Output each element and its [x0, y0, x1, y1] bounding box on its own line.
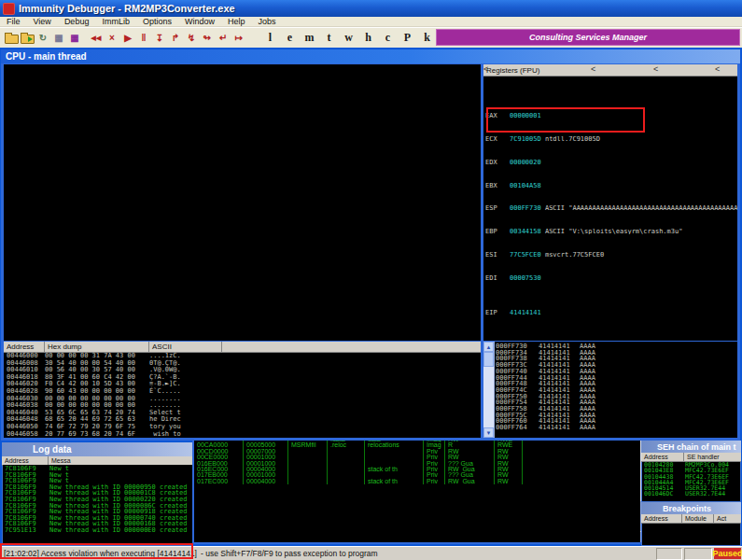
- collapse-icon[interactable]: <: [483, 64, 488, 74]
- animate-into-icon: ↯: [188, 34, 195, 43]
- toolbar-letter-button[interactable]: k: [417, 31, 437, 45]
- execute-till-user-icon: ↦: [235, 34, 243, 43]
- collapse-icon[interactable]: <: [591, 64, 595, 74]
- register-row[interactable]: ESP000FF730 ASCII "AAAAAAAAAAAAAAAAAAAAA…: [485, 205, 737, 211]
- log-header-message: Messa: [49, 456, 193, 465]
- restart-button[interactable]: ↻: [35, 30, 50, 46]
- toolbar-letter-button[interactable]: w: [339, 31, 358, 45]
- terminate-button[interactable]: ×: [105, 30, 119, 46]
- menu-bar: FileViewDebugImmLibOptionsWindowHelpJobs: [0, 17, 742, 27]
- stack-row[interactable]: 000FF73041414141AAAA: [496, 343, 737, 350]
- run-icon: ▶: [124, 34, 132, 43]
- breakpoints-window: Breakpoints Address Module Act: [641, 502, 741, 546]
- log-data-window: Log data Address Messa 7C8106F9New t 7C8…: [2, 442, 193, 546]
- register-row[interactable]: EDI00007530: [485, 275, 737, 281]
- stack-row[interactable]: 000FF74C41414141AAAA: [496, 387, 737, 394]
- stack-row[interactable]: 000FF75C41414141AAAA: [496, 413, 737, 419]
- stack-row[interactable]: 000FF75841414141AAAA: [496, 406, 737, 413]
- collapse-icon[interactable]: <: [653, 64, 658, 74]
- animate-over-button[interactable]: ↬: [200, 30, 215, 46]
- toolbar-letter-button[interactable]: P: [398, 31, 417, 45]
- run-button[interactable]: ▶: [120, 30, 135, 46]
- register-row[interactable]: EAX00000001: [485, 113, 737, 119]
- consulting-banner[interactable]: Consulting Services Manager: [436, 29, 740, 46]
- log-pane[interactable]: 7C8106F9New t 7C8106F9New t 7C8106F9New …: [3, 465, 192, 545]
- attach-process-button[interactable]: [20, 30, 35, 46]
- breakpoints-window-titlebar[interactable]: Breakpoints: [641, 502, 741, 514]
- register-row[interactable]: ESI77C5FCE0 msvcrt.77C5FCE0: [485, 252, 737, 258]
- menu-item[interactable]: ImmLib: [95, 17, 136, 26]
- animate-over-icon: ↬: [203, 34, 211, 43]
- stack-row[interactable]: 000FF75441414141AAAA: [496, 399, 737, 406]
- cpu-window-titlebar[interactable]: CPU - main thread: [1, 49, 740, 63]
- seh-header-handler: SE handler: [684, 453, 741, 461]
- mdi-area: .datadataImagRWRWE 00CA000000005000MSRMf…: [0, 48, 742, 546]
- dump-header-filler: [222, 342, 481, 352]
- execute-till-return-button[interactable]: ↵: [216, 30, 231, 46]
- toolbar-letter-button[interactable]: m: [300, 31, 319, 45]
- stack-row[interactable]: 000FF76041414141AAAA: [496, 418, 737, 425]
- collapse-icon[interactable]: <: [715, 64, 720, 74]
- menu-item[interactable]: Debug: [58, 17, 96, 26]
- breakpoints-pane[interactable]: [642, 524, 740, 545]
- register-row-eip[interactable]: EIP41414141: [485, 310, 737, 315]
- menu-item[interactable]: Jobs: [251, 17, 282, 26]
- rewind-button[interactable]: ◀◀: [89, 30, 104, 46]
- plugins-button[interactable]: ▦: [67, 30, 82, 46]
- animate-into-button[interactable]: ↯: [184, 30, 199, 46]
- pause-icon: ‖: [142, 34, 147, 43]
- stack-row[interactable]: 000FF73441414141AAAA: [496, 350, 737, 357]
- breakpoints-column-headers: Address Module Act: [641, 514, 741, 524]
- step-over-button[interactable]: ↱: [168, 30, 183, 46]
- scroll-up-icon[interactable]: ▲: [483, 342, 494, 352]
- cpu-window-title: CPU - main thread: [6, 51, 87, 62]
- registers-pane[interactable]: Registers (FPU) < < < < EAX00000001 ECX7…: [483, 64, 737, 341]
- hex-dump-pane[interactable]: Address Hex dump ASCII 0044600000 00 00 …: [4, 342, 481, 438]
- memory-map-pane[interactable]: .datadataImagRWRWE 00CA000000005000MSRMf…: [194, 427, 640, 542]
- register-row[interactable]: ECX7C91005D ntdll.7C91005D: [485, 136, 737, 142]
- log-window-titlebar[interactable]: Log data: [2, 442, 193, 456]
- status-paused-badge: Paused: [714, 548, 741, 559]
- execute-till-user-button[interactable]: ↦: [231, 30, 246, 46]
- scrollbar-thumb[interactable]: [483, 352, 494, 367]
- stack-row[interactable]: 000FF74441414141AAAA: [496, 375, 737, 382]
- disassembly-pane[interactable]: [4, 64, 481, 341]
- hex-dump-row[interactable]: 0044605820 77 69 73 68 20 74 6F wish to: [4, 431, 481, 438]
- toolbar-letter-button[interactable]: c: [378, 31, 398, 45]
- windows-list-button[interactable]: ▦: [51, 30, 66, 46]
- pause-button[interactable]: ‖: [136, 30, 151, 46]
- stack-row[interactable]: 000FF73841414141AAAA: [496, 356, 737, 362]
- open-file-button[interactable]: [4, 30, 19, 46]
- seh-pane[interactable]: 00104280RM2MP3Co.004 001043E8MFC42.73E6E…: [642, 462, 740, 501]
- breakpoints-window-title: Breakpoints: [663, 504, 711, 513]
- stack-row[interactable]: 000FF76441414141AAAA: [496, 425, 737, 431]
- toolbar-letter-button[interactable]: l: [260, 31, 280, 45]
- status-alert-text: [21:02:02] Access violation when executi…: [0, 549, 197, 558]
- dump-header-hex: Hex dump: [45, 342, 149, 352]
- step-into-button[interactable]: ↧: [152, 30, 167, 46]
- seh-chain-window: SEH chain of main t Address SE handler 0…: [641, 441, 741, 502]
- toolbar-letter-button[interactable]: h: [358, 31, 378, 45]
- menu-item[interactable]: View: [27, 17, 58, 26]
- stack-row[interactable]: 000FF74041414141AAAA: [496, 369, 737, 375]
- register-row[interactable]: EBP00344158 ASCII "V:\sploits\easyrm\cra…: [485, 229, 737, 234]
- register-row[interactable]: EDX00000020: [485, 160, 737, 165]
- register-row[interactable]: EBX00104A58: [485, 183, 737, 189]
- memory-map-row[interactable]: 017EC00000004000stack of thPrivRW GuaRW: [194, 479, 640, 484]
- stack-row[interactable]: 000FF73C41414141AAAA: [496, 362, 737, 369]
- stack-row[interactable]: 000FF75041414141AAAA: [496, 394, 737, 400]
- seh-row[interactable]: 001046DCUSER32.7E44: [642, 491, 740, 497]
- log-row[interactable]: 7C951E13New thread with ID 000000E0 crea…: [3, 527, 192, 534]
- stack-row[interactable]: 000FF74841414141AAAA: [496, 381, 737, 387]
- menu-item[interactable]: File: [0, 17, 27, 26]
- stack-pane[interactable]: ▲ ▼ 000FF73041414141AAAA 000FF7344141414…: [483, 342, 737, 438]
- window-titlebar[interactable]: Immunity Debugger - RM2MP3Converter.exe: [0, 0, 742, 17]
- seh-window-titlebar[interactable]: SEH chain of main t: [641, 441, 741, 453]
- menu-item[interactable]: Help: [221, 17, 252, 26]
- menu-item[interactable]: Window: [178, 17, 221, 26]
- menu-item[interactable]: Options: [136, 17, 178, 26]
- stack-scrollbar[interactable]: ▲ ▼: [483, 342, 495, 438]
- scroll-down-icon[interactable]: ▼: [483, 427, 494, 438]
- toolbar-letter-button[interactable]: e: [280, 31, 300, 45]
- toolbar-letter-button[interactable]: t: [319, 31, 339, 45]
